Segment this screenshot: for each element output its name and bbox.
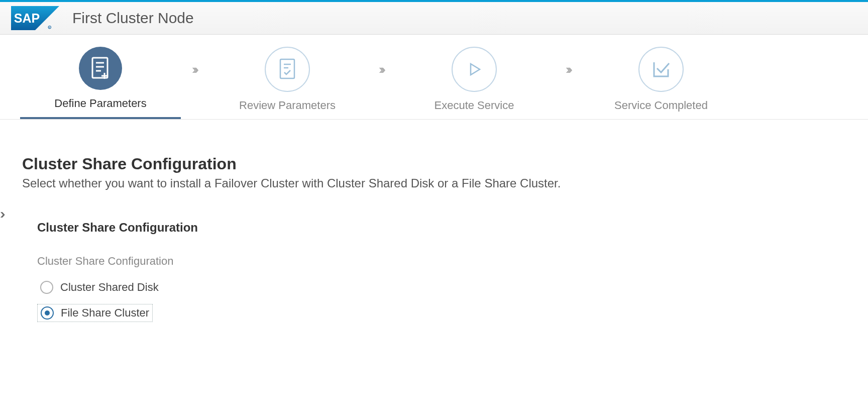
step-label: Execute Service [394,99,555,112]
play-icon [452,47,497,92]
content-area: Cluster Share Configuration Select wheth… [0,120,868,322]
section-description: Select whether you want to install a Fai… [22,176,846,190]
chevron-right-icon: ››› [555,47,581,91]
document-check-icon [265,47,310,92]
step-define-parameters[interactable]: Define Parameters [20,47,181,119]
svg-text:R: R [49,27,51,29]
step-label: Define Parameters [20,97,181,110]
step-execute-service[interactable]: Execute Service [394,47,555,119]
expand-sidebar-handle[interactable]: ›› [0,204,4,224]
section-title: Cluster Share Configuration [22,155,846,173]
cluster-share-subsection: Cluster Share Configuration Cluster Shar… [22,221,846,322]
page-title: First Cluster Node [72,10,194,27]
document-plus-icon [79,47,122,90]
checkbox-done-icon [638,47,684,92]
svg-rect-9 [280,59,294,78]
step-label: Review Parameters [207,99,368,112]
svg-marker-12 [471,64,480,75]
radio-dot-icon [45,310,50,316]
sap-logo-text: SAP [14,11,40,25]
radio-icon [40,281,53,294]
field-label: Cluster Share Configuration [37,255,846,268]
radio-label: File Share Cluster [61,306,149,320]
sap-logo: SAP R [11,6,59,30]
header-bar: SAP R First Cluster Node [0,2,868,35]
wizard-stepper: Define Parameters ››› Review Parameters … [0,35,868,120]
step-service-completed[interactable]: Service Completed [581,47,741,119]
step-review-parameters[interactable]: Review Parameters [207,47,368,119]
step-label: Service Completed [581,99,741,112]
chevron-right-icon: ››› [368,47,394,91]
subsection-title: Cluster Share Configuration [37,221,846,235]
radio-file-share-cluster[interactable]: File Share Cluster [37,304,153,322]
radio-icon [41,306,54,320]
radio-label: Cluster Shared Disk [60,281,159,294]
chevron-right-icon: ››› [181,47,207,91]
radio-cluster-shared-disk[interactable]: Cluster Shared Disk [37,279,846,296]
